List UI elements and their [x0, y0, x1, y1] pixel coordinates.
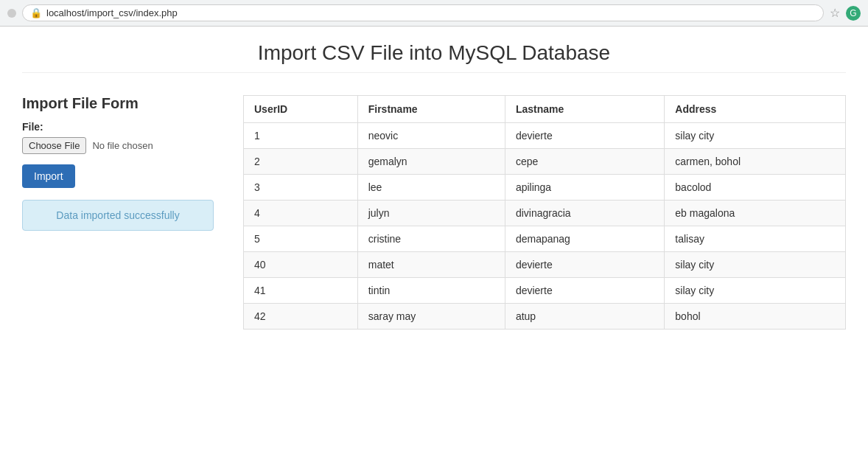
cell-lastname: devierte: [505, 252, 664, 278]
browser-dot: [7, 9, 16, 18]
table-row: 40matetdeviertesilay city: [244, 252, 846, 278]
col-firstname: Firstname: [357, 96, 505, 123]
file-label: File:: [22, 121, 214, 133]
cell-address: bacolod: [665, 175, 846, 201]
success-message: Data imported successfully: [22, 200, 214, 231]
cell-address: carmen, bohol: [665, 149, 846, 175]
cell-userid: 42: [244, 304, 358, 330]
cell-firstname: julyn: [357, 201, 505, 226]
cell-address: silay city: [665, 252, 846, 278]
main-layout: Import File Form File: Choose File No fi…: [22, 95, 846, 330]
table-row: 3leeapilingabacolod: [244, 175, 846, 201]
cell-lastname: devierte: [505, 278, 664, 304]
data-table: UserID Firstname Lastname Address 1neovi…: [243, 95, 846, 330]
profile-icon[interactable]: G: [846, 6, 861, 21]
left-panel: Import File Form File: Choose File No fi…: [22, 95, 214, 231]
cell-lastname: divinagracia: [505, 201, 664, 226]
cell-lastname: devierte: [505, 123, 664, 149]
table-body: 1neovicdeviertesilay city2gemalyncepecar…: [244, 123, 846, 330]
table-row: 4julyndivinagraciaeb magalona: [244, 201, 846, 226]
cell-userid: 41: [244, 278, 358, 304]
cell-firstname: tintin: [357, 278, 505, 304]
table-row: 41tintindeviertesilay city: [244, 278, 846, 304]
choose-file-button[interactable]: Choose File: [22, 137, 86, 154]
bookmark-icon[interactable]: ☆: [830, 6, 840, 20]
cell-lastname: apilinga: [505, 175, 664, 201]
page-title: Import CSV File into MySQL Database: [22, 41, 846, 73]
table-row: 1neovicdeviertesilay city: [244, 123, 846, 149]
cell-userid: 4: [244, 201, 358, 226]
cell-address: bohol: [665, 304, 846, 330]
cell-address: eb magalona: [665, 201, 846, 226]
page-content: Import CSV File into MySQL Database Impo…: [0, 27, 868, 344]
url-text: localhost/import_csv/index.php: [46, 7, 178, 18]
form-title: Import File Form: [22, 95, 214, 112]
cell-firstname: neovic: [357, 123, 505, 149]
table-row: 42saray mayatupbohol: [244, 304, 846, 330]
cell-address: talisay: [665, 226, 846, 252]
cell-firstname: saray may: [357, 304, 505, 330]
cell-userid: 3: [244, 175, 358, 201]
table-head: UserID Firstname Lastname Address: [244, 96, 846, 123]
cell-userid: 1: [244, 123, 358, 149]
cell-lastname: demapanag: [505, 226, 664, 252]
col-lastname: Lastname: [505, 96, 664, 123]
cell-firstname: lee: [357, 175, 505, 201]
lock-icon: 🔒: [30, 7, 42, 18]
cell-address: silay city: [665, 123, 846, 149]
col-userid: UserID: [244, 96, 358, 123]
cell-lastname: atup: [505, 304, 664, 330]
cell-userid: 40: [244, 252, 358, 278]
table-row: 2gemalyncepecarmen, bohol: [244, 149, 846, 175]
table-row: 5cristinedemapanagtalisay: [244, 226, 846, 252]
file-input-row: Choose File No file chosen: [22, 137, 214, 154]
cell-firstname: cristine: [357, 226, 505, 252]
cell-firstname: gemalyn: [357, 149, 505, 175]
cell-address: silay city: [665, 278, 846, 304]
url-bar[interactable]: 🔒 localhost/import_csv/index.php: [22, 4, 824, 21]
cell-userid: 2: [244, 149, 358, 175]
table-header-row: UserID Firstname Lastname Address: [244, 96, 846, 123]
browser-chrome: 🔒 localhost/import_csv/index.php ☆ G: [0, 0, 868, 27]
right-panel: UserID Firstname Lastname Address 1neovi…: [243, 95, 846, 330]
cell-firstname: matet: [357, 252, 505, 278]
col-address: Address: [665, 96, 846, 123]
no-file-text: No file chosen: [92, 140, 153, 151]
import-button[interactable]: Import: [22, 164, 75, 188]
cell-lastname: cepe: [505, 149, 664, 175]
cell-userid: 5: [244, 226, 358, 252]
